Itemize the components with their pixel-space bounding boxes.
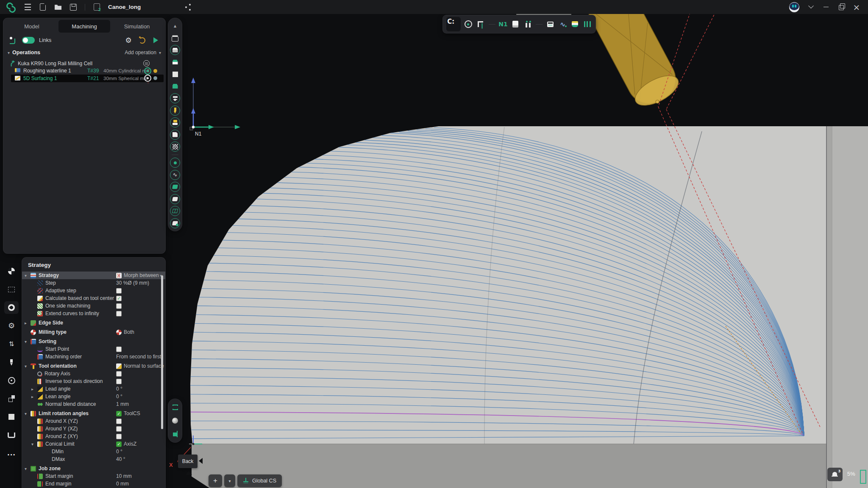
surface-point-icon[interactable] — [170, 218, 180, 228]
snap-settings-active-box[interactable]: C: — [446, 17, 461, 31]
param-row-edge-side[interactable]: ▸Edge Side — [22, 319, 165, 327]
snap-settings-icon[interactable]: C: — [446, 17, 456, 26]
collision-check-icon[interactable] — [523, 19, 533, 29]
workpiece-datum-rail-item[interactable] — [4, 265, 19, 277]
more-options-rail-item[interactable]: ... — [4, 447, 19, 460]
param-row-tool-orientation[interactable]: ▾Tool orientationNormal to surface — [22, 362, 165, 370]
measure-tape-icon[interactable] — [464, 19, 473, 29]
canoe-model-surface[interactable] — [190, 126, 826, 444]
param-value[interactable]: 10 mm — [116, 472, 132, 480]
param-value[interactable] — [116, 370, 122, 377]
param-row-around-y-xz[interactable]: Around Y (XZ) — [22, 425, 165, 433]
param-row-start-point[interactable]: Start Point — [22, 345, 165, 353]
param-row-strategy[interactable]: ▾Strategy▾Morph between — [22, 272, 165, 279]
recalculate-icon[interactable] — [137, 36, 147, 45]
param-value[interactable]: 30 %Ø (9 mm) — [116, 279, 149, 287]
param-checkbox[interactable] — [116, 296, 122, 301]
param-row-dmin[interactable]: DMin0 ° — [22, 448, 165, 455]
param-value[interactable]: 40 ° — [116, 455, 125, 463]
add-operation-caret-icon[interactable]: ▾ — [159, 50, 161, 55]
strategy-compass-icon[interactable] — [7, 303, 16, 312]
param-checkbox[interactable] — [116, 347, 122, 352]
document-versions-icon[interactable] — [92, 3, 101, 12]
operation-cell-row[interactable]: Kuka KR90 Long Rail Milling Cell — [3, 60, 165, 67]
param-value[interactable]: Morph between — [116, 272, 159, 279]
param-checkbox[interactable] — [116, 426, 122, 432]
param-row-machining-order[interactable]: Machining orderFrom second to first — [22, 353, 165, 360]
back-button[interactable]: Back — [178, 455, 198, 468]
add-cs-button[interactable]: + — [209, 474, 222, 487]
param-row-calculate-based-on-tool-center[interactable]: Calculate based on tool center — [22, 294, 165, 302]
milling-tool[interactable] — [580, 0, 684, 112]
surface-entity-icon[interactable] — [170, 182, 180, 192]
param-value[interactable] — [116, 302, 122, 310]
tab-machining[interactable]: Machining — [58, 20, 110, 33]
param-value[interactable] — [116, 287, 122, 294]
param-row-lead-angle[interactable]: ▸Lead angle0 ° — [22, 385, 165, 393]
param-row-rotary-axis[interactable]: Rotary Axis — [22, 370, 165, 377]
param-checkbox[interactable] — [116, 303, 122, 309]
param-row-end-margin[interactable]: End margin0 mm — [22, 480, 165, 488]
param-row-milling-type[interactable]: Milling typeBoth — [22, 328, 165, 336]
param-row-start-margin[interactable]: Start margin10 mm — [22, 472, 165, 480]
window-restore-icon[interactable] — [837, 3, 846, 12]
selection-marquee-rail-item[interactable] — [4, 283, 19, 296]
param-checkbox[interactable] — [116, 379, 122, 384]
stock-sheet-icon[interactable] — [511, 19, 520, 29]
param-row-around-x-yz[interactable]: Around X (YZ) — [22, 417, 165, 425]
surface-white-icon[interactable] — [170, 194, 180, 204]
view-flag-icon[interactable] — [170, 430, 180, 439]
frame-n1-icon[interactable]: N1 — [498, 19, 508, 29]
param-value[interactable]: Both — [116, 328, 134, 336]
user-avatar[interactable] — [789, 2, 799, 12]
drill-rail-rail-item[interactable] — [4, 356, 19, 369]
tool-holder-icon[interactable] — [170, 117, 180, 128]
links-toggle[interactable] — [22, 37, 35, 44]
settings-gear-icon[interactable] — [7, 321, 16, 330]
operation-radio[interactable] — [144, 75, 151, 82]
param-value[interactable] — [116, 433, 122, 440]
tab-simulation[interactable]: Simulation — [111, 20, 163, 33]
transfer-arrows-icon[interactable] — [7, 339, 16, 349]
param-row-limit-rotation-angles[interactable]: ▾Limit rotation anglesToolCS — [22, 410, 165, 417]
app-menu-icon[interactable] — [23, 3, 32, 12]
notifications-button[interactable]: 3 — [827, 468, 843, 481]
param-checkbox[interactable] — [116, 311, 122, 316]
param-row-dmax[interactable]: DMax40 ° — [22, 455, 165, 463]
view-sphere-icon[interactable] — [170, 416, 180, 425]
param-checkbox[interactable] — [116, 371, 122, 377]
equalizer-levels-icon[interactable] — [583, 19, 592, 29]
param-row-lean-angle[interactable]: ▸Lean angle0 ° — [22, 393, 165, 400]
param-value[interactable] — [116, 345, 122, 353]
selection-marquee-icon[interactable] — [7, 285, 16, 294]
tab-model[interactable]: Model — [6, 20, 58, 33]
param-value[interactable]: 0 ° — [116, 448, 122, 455]
caliper-icon[interactable] — [476, 19, 485, 29]
blank-square-rail-item[interactable] — [4, 410, 19, 423]
point-entity-icon[interactable] — [170, 158, 180, 168]
layers-stack-icon[interactable] — [570, 19, 580, 29]
param-value[interactable]: From second to first — [116, 353, 161, 360]
linked-copies-rail-item[interactable] — [4, 392, 19, 405]
param-value[interactable]: 0 mm — [116, 480, 129, 488]
param-row-around-z-xy[interactable]: Around Z (XY) — [22, 433, 165, 440]
strategy-compass-rail-item[interactable] — [4, 301, 19, 314]
param-checkbox[interactable] — [116, 288, 122, 294]
global-cs-button[interactable]: Global CS — [237, 474, 282, 487]
param-row-adaptive-step[interactable]: Adaptive step — [22, 287, 165, 294]
operation-row-5d-surfacing-1[interactable]: 5D Surfacing 1T#2130mm Spherical mill — [11, 75, 164, 82]
plain-square-icon[interactable] — [170, 69, 180, 79]
graph-analysis-icon[interactable] — [558, 19, 568, 29]
add-operation-button[interactable]: Add operation — [125, 50, 156, 55]
operation-row-roughing-waterline-1[interactable]: Roughing waterline 1T#3940mm Cylindrical… — [3, 67, 165, 75]
gauge-rail-item[interactable] — [4, 374, 19, 387]
stock-icon[interactable] — [170, 57, 180, 67]
param-checkbox[interactable] — [116, 434, 122, 439]
calculator-icon[interactable] — [545, 19, 555, 29]
file-new-icon[interactable] — [38, 3, 47, 12]
links-settings-gear-icon[interactable] — [124, 36, 133, 45]
window-close-icon[interactable] — [852, 3, 861, 12]
param-value[interactable] — [116, 425, 122, 433]
cs-dropdown-caret[interactable]: ▾ — [224, 474, 235, 487]
window-chevron-icon[interactable] — [806, 3, 815, 12]
